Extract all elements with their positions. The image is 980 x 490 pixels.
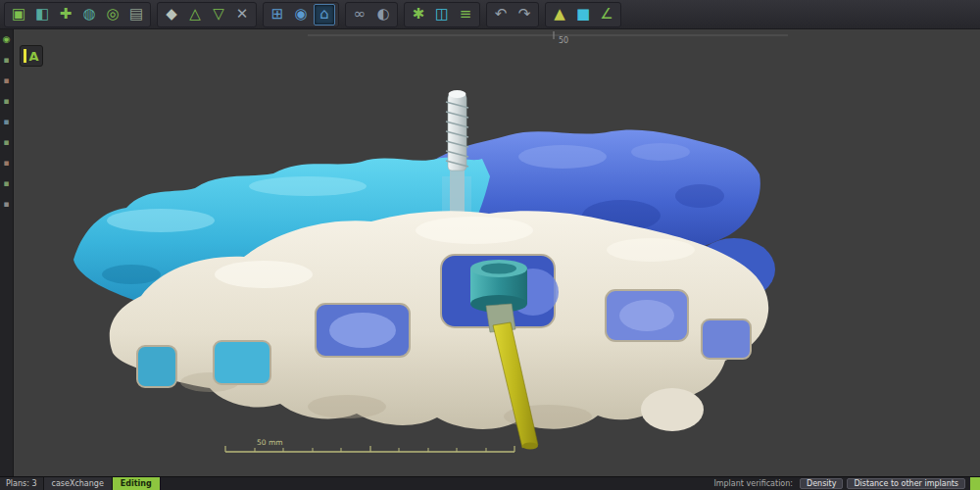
toolbar-group-measure: ▲ ■ ∠ [545,2,621,27]
3d-viewport[interactable]: 50 [14,29,980,476]
contrast-icon[interactable]: ◐ [372,4,394,25]
toolbar-group-display: ∞ ◐ [345,2,398,27]
layer-toggle-icon[interactable]: ▪ [1,74,13,86]
abutment-icon[interactable]: ◍ [78,4,100,25]
statusbar-spacer [161,477,710,490]
visibility-icon[interactable]: ◉ [1,33,13,45]
toolbar-group-case: ▣ ◧ ✚ ◍ ◎ ▤ [4,2,151,27]
capture-icon[interactable]: ◉ [290,4,312,25]
layer-toggle-icon[interactable]: ▪ [1,116,13,127]
status-bar: Plans: 3 caseXchange Editing Implant ver… [0,476,980,490]
density-badge[interactable]: Density [800,478,843,489]
main-toolbar: ▣ ◧ ✚ ◍ ◎ ▤ ◆ △ ▽ ✕ ⊞ ◉ ⌂ ∞ ◐ ✱ ◫ ≡ ↶ [0,0,980,29]
tab-editing[interactable]: Editing [113,477,161,490]
toolbar-group-plan: ◆ △ ▽ ✕ [157,2,257,27]
orientation-bar-icon [24,49,26,63]
home-view-icon[interactable]: ⌂ [314,4,335,25]
link-views-icon[interactable]: ∞ [349,4,370,25]
application-window: ▣ ◧ ✚ ◍ ◎ ▤ ◆ △ ▽ ✕ ⊞ ◉ ⌂ ∞ ◐ ✱ ◫ ≡ ↶ [0,0,980,490]
toolbar-group-tools: ✱ ◫ ≡ [404,2,480,27]
model-icon[interactable]: ◧ [31,4,53,25]
toolbar-group-view: ⊞ ◉ ⌂ [263,2,339,27]
ruler-icon[interactable]: ∠ [596,4,617,25]
scan-icon[interactable]: ▣ [8,4,29,25]
layer-toggle-icon[interactable]: ▪ [1,95,13,107]
settings-icon[interactable]: ✱ [408,4,429,25]
scale-label: 50 mm [257,438,283,447]
orientation-badge[interactable]: A [20,45,43,67]
statusbar-accent [970,477,980,490]
drill-template-icon[interactable]: △ [184,4,206,25]
tooth-icon[interactable]: ◆ [161,4,182,25]
layer-toggle-icon[interactable]: ▪ [1,177,13,189]
delete-icon[interactable]: ✕ [231,4,253,25]
implant-verification-label: Implant verification: [709,477,798,490]
orientation-letter: A [28,49,38,64]
tab-casexchange[interactable]: caseXchange [44,477,113,490]
bar-icon[interactable]: ▤ [125,4,147,25]
left-sidebar: ◉ ▪ ▪ ▪ ▪ ▪ ▪ ▪ ▪ [0,29,14,476]
layer-toggle-icon[interactable]: ▪ [1,54,13,66]
undo-icon[interactable]: ↶ [490,4,512,25]
toolbar-group-history: ↶ ↷ [486,2,539,27]
fit-view-icon[interactable]: ⊞ [267,4,288,25]
scale-bar: 50 mm [225,438,514,452]
plans-count[interactable]: Plans: 3 [0,477,44,490]
sleeve-icon[interactable]: ◎ [102,4,123,25]
drill-icon[interactable]: ▽ [208,4,229,25]
cube-icon[interactable]: ■ [572,4,594,25]
top-ruler-label: 50 [559,36,568,45]
redo-icon[interactable]: ↷ [514,4,535,25]
marker-icon[interactable]: ▲ [549,4,570,25]
3d-scene: 50 [14,29,980,476]
cube-view-icon[interactable]: ◫ [431,4,453,25]
layer-toggle-icon[interactable]: ▪ [1,136,13,148]
distance-to-implants-badge[interactable]: Distance to other implants [847,478,965,489]
layers-icon[interactable]: ≡ [455,4,476,25]
layer-toggle-icon[interactable]: ▪ [1,198,13,210]
layer-toggle-icon[interactable]: ▪ [1,157,13,169]
implant-icon[interactable]: ✚ [55,4,76,25]
